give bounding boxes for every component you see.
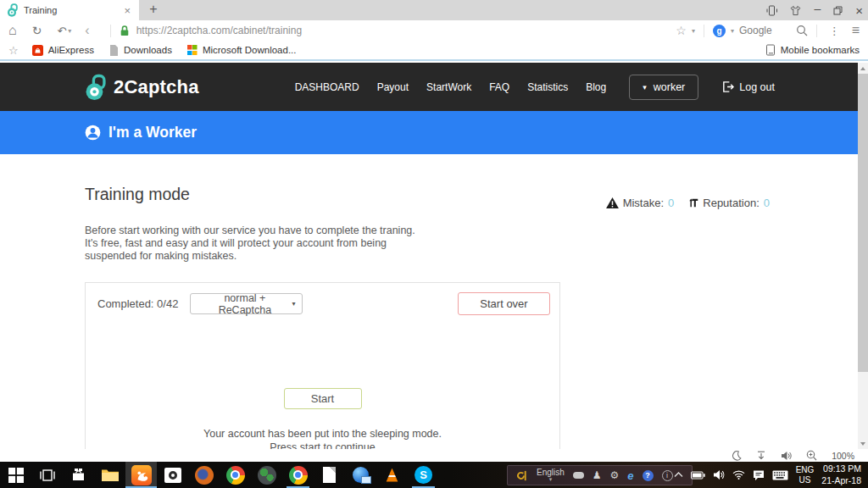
page-scrollbar[interactable] — [858, 63, 868, 449]
notepad-button[interactable] — [314, 462, 345, 488]
new-tab-button[interactable]: + — [142, 0, 164, 20]
close-window-icon[interactable]: × — [855, 4, 863, 17]
nav-faq[interactable]: FAQ — [489, 81, 509, 93]
bookmark-star-icon[interactable]: ☆ — [676, 24, 687, 37]
completed-counter: Completed: 0/42 — [97, 297, 178, 310]
mistake-stat: Mistake: 0 — [606, 197, 675, 209]
tray-language[interactable]: ENG US — [796, 465, 815, 485]
chrome-beta-button[interactable] — [282, 462, 314, 488]
close-tab-icon[interactable]: × — [122, 4, 132, 17]
internet-button[interactable] — [345, 462, 376, 488]
zoom-level[interactable]: 100% — [832, 451, 854, 461]
start-button[interactable]: Start — [284, 388, 362, 409]
ie-icon[interactable]: e — [627, 470, 633, 481]
nav-payout[interactable]: Payout — [377, 81, 409, 93]
bookmark-microsoft-download[interactable]: Microsoft Download... — [187, 45, 297, 55]
notification-icon[interactable] — [753, 469, 765, 481]
nav-blog[interactable]: Blog — [586, 81, 606, 93]
undo-dropdown-icon[interactable]: ▾ — [68, 27, 71, 35]
bookmark-aliexpress[interactable]: AliExpress — [32, 45, 94, 56]
volume-icon[interactable] — [713, 469, 725, 480]
sound-icon[interactable] — [781, 451, 792, 461]
battery-icon[interactable] — [691, 471, 705, 480]
tray-clock[interactable]: 09:13 PM 21-Apr-18 — [821, 463, 861, 486]
folder-icon — [101, 468, 120, 482]
bookmark-downloads[interactable]: Downloads — [109, 45, 172, 56]
firefox-button[interactable] — [188, 462, 220, 488]
https-lock-icon — [120, 25, 130, 36]
chrome-button[interactable] — [220, 462, 251, 488]
bookmark-dropdown-icon[interactable]: ▾ — [692, 27, 695, 35]
start-button[interactable] — [0, 462, 31, 488]
chrome-beta-icon — [289, 466, 308, 485]
zoom-icon[interactable] — [806, 450, 817, 461]
bookmarks-star-icon[interactable]: ☆ — [8, 44, 19, 57]
help-icon[interactable]: ? — [643, 470, 654, 481]
info-icon[interactable]: i — [662, 470, 673, 481]
aliexpress-icon — [32, 45, 43, 56]
wifi-icon[interactable] — [732, 470, 745, 480]
browser-tab-bar: Training × + – × — [0, 0, 868, 20]
card-toolbar: Completed: 0/42 normal + ReCaptcha ▾ Sta… — [97, 292, 550, 315]
sleep-mode-text: Your account has been put into the sleep… — [86, 428, 559, 440]
pawn-icon[interactable]: ♟ — [593, 470, 602, 480]
url-field[interactable]: https://2captcha.com/cabinet/training — [120, 25, 676, 36]
bookmark-label: Downloads — [124, 45, 172, 55]
refresh-icon[interactable]: ↻ — [32, 24, 42, 37]
settings-gear-icon[interactable]: ⚙ — [610, 470, 620, 480]
search-engine-selector[interactable]: g ▾ Google — [713, 25, 796, 37]
uc-browser-button[interactable] — [125, 462, 157, 488]
windows-taskbar: S English ▾ ♟ ⚙ e ? i ENG US — [0, 462, 868, 488]
microsoft-store-button[interactable] — [63, 462, 94, 488]
browser-tab[interactable]: Training × — [0, 0, 139, 20]
privacy-browser-button[interactable] — [251, 462, 282, 488]
search-icon[interactable] — [796, 25, 808, 36]
back-icon[interactable]: ‹ — [85, 23, 89, 38]
globe-icon — [258, 466, 276, 485]
start-over-button[interactable]: Start over — [458, 292, 550, 315]
stat-value: 0 — [668, 197, 674, 209]
language-selector[interactable]: English ▾ — [537, 469, 565, 482]
mode-select[interactable]: normal + ReCaptcha ▾ — [190, 293, 303, 314]
uc-browser-icon — [131, 465, 152, 485]
scroll-up-button[interactable] — [858, 63, 868, 74]
night-mode-icon[interactable] — [732, 451, 742, 461]
mobile-bookmarks[interactable]: Mobile bookmarks — [765, 44, 860, 56]
vlc-button[interactable] — [376, 462, 408, 488]
document-icon — [323, 467, 336, 483]
theme-skin-icon[interactable] — [790, 5, 801, 16]
touch-keyboard-icon[interactable] — [772, 470, 788, 480]
home-icon[interactable]: ⌂ — [8, 23, 17, 38]
camera-icon — [164, 468, 181, 483]
minimize-icon[interactable]: – — [814, 3, 821, 18]
logout-button[interactable]: Log out — [721, 80, 775, 93]
nav-statistics[interactable]: Statistics — [527, 81, 568, 93]
task-view-button[interactable] — [31, 462, 63, 488]
site-header: 2Captcha DASHBOARD Payout StartWork FAQ … — [0, 63, 858, 111]
file-explorer-button[interactable] — [94, 462, 125, 488]
more-options-icon[interactable]: ⋮ — [829, 25, 840, 37]
mobile-view-icon[interactable] — [766, 5, 777, 16]
chevron-down-icon: ▾ — [549, 476, 553, 482]
restore-icon[interactable] — [833, 6, 843, 15]
worker-label: worker — [654, 81, 686, 93]
chevron-down-icon: ▾ — [292, 300, 295, 308]
menu-icon[interactable]: ≡ — [852, 23, 860, 38]
hidden-icons-chevron[interactable] — [674, 472, 683, 478]
scrollbar-thumb[interactable] — [858, 74, 868, 372]
nav-startwork[interactable]: StartWork — [426, 81, 471, 93]
touchpad-icon[interactable] — [573, 472, 584, 479]
site-logo[interactable]: 2Captcha — [85, 74, 199, 101]
skype-button[interactable]: S — [408, 462, 439, 488]
skype-icon: S — [415, 466, 432, 484]
undo-icon[interactable]: ↶ — [57, 25, 66, 37]
nav-dashboard[interactable]: DASHBOARD — [295, 81, 359, 93]
downloads-icon[interactable] — [756, 451, 766, 461]
site-nav: DASHBOARD Payout StartWork FAQ Statistic… — [295, 75, 775, 100]
camera-app-button[interactable] — [157, 462, 188, 488]
tray-time: 09:13 PM — [821, 463, 861, 475]
scroll-down-button[interactable] — [858, 438, 868, 449]
worker-dropdown[interactable]: ▾ worker — [629, 75, 698, 100]
stat-label: Reputation: — [703, 197, 760, 209]
reputation-icon — [687, 197, 698, 208]
